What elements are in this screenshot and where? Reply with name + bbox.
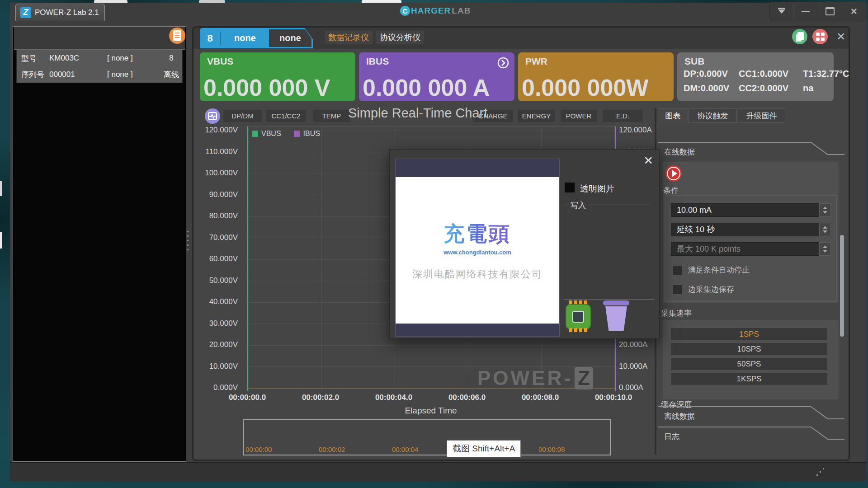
device-session-tab[interactable]: none 8 none bbox=[200, 28, 313, 48]
waveform-icon[interactable] bbox=[205, 108, 220, 124]
sub-dm: DM:0.000V bbox=[684, 83, 739, 94]
company-name: 深圳电酷网络科技有限公司 bbox=[412, 267, 542, 281]
device-serial-mode: [ none ] bbox=[107, 70, 162, 79]
tab-protocol-analyzer[interactable]: 协议分析仪 bbox=[376, 31, 424, 44]
current-threshold-stepper[interactable] bbox=[819, 203, 831, 217]
list-icon bbox=[173, 30, 181, 41]
chart-tab-cc1cc2[interactable]: CC1/CC2 bbox=[266, 110, 306, 122]
powerz-watermark: POWER-Z bbox=[477, 367, 593, 389]
device-model-mode: [ none ] bbox=[107, 54, 162, 63]
delete-logo-button[interactable] bbox=[602, 300, 630, 332]
window-menu-button[interactable] bbox=[770, 2, 793, 21]
transparent-image-checkbox[interactable] bbox=[565, 183, 575, 192]
sub-row-2: DM:0.000V CC2:0.000V na bbox=[684, 83, 813, 94]
y-axis-label-right: 10.000A bbox=[619, 362, 647, 371]
trash-icon-lid bbox=[603, 300, 629, 305]
y-axis-label-left: 60.000V bbox=[209, 254, 238, 263]
pwr-label: PWR bbox=[525, 56, 547, 67]
auto-stop-checkbox[interactable] bbox=[673, 265, 683, 275]
log-label: 日志 bbox=[664, 432, 679, 442]
legend-item-ibus[interactable]: IBUS bbox=[294, 130, 320, 138]
start-capture-button[interactable] bbox=[665, 165, 682, 182]
section-diagonal bbox=[811, 406, 828, 419]
rate-1sps-button[interactable]: 1SPS bbox=[671, 328, 827, 340]
maximize-button[interactable] bbox=[818, 2, 842, 21]
logo-preview-card: 充電頭 www.chongdiantou.com 深圳电酷网络科技有限公司 bbox=[395, 159, 560, 337]
chart-tab-temp[interactable]: TEMP bbox=[313, 110, 350, 122]
section-diagonal bbox=[811, 142, 828, 155]
device-model-label: 型号 bbox=[17, 53, 49, 64]
max-points-row: 最大 100 K points bbox=[671, 242, 831, 256]
y-axis-label-left: 20.000V bbox=[209, 340, 238, 349]
y-axis-label-left: 100.000V bbox=[205, 169, 238, 178]
sub-na: na bbox=[803, 83, 813, 94]
rate-1ksps-button[interactable]: 1KSPS bbox=[671, 373, 827, 385]
modal-close-button[interactable]: × bbox=[644, 152, 653, 168]
rate-50sps-button[interactable]: 50SPS bbox=[671, 358, 827, 370]
device-entry[interactable]: 型号 KM003C [ none ] 8 序列号 000001 [ none ]… bbox=[16, 50, 183, 83]
max-points-input[interactable]: 最大 100 K points bbox=[671, 242, 819, 256]
section-line bbox=[827, 418, 844, 419]
arrow-down-icon bbox=[823, 250, 827, 253]
rate-10sps-button[interactable]: 10SPS bbox=[671, 343, 827, 355]
y-axis-label-left: 80.000V bbox=[209, 211, 238, 221]
current-threshold-input[interactable]: 10.00 mA bbox=[671, 203, 819, 217]
tab-data-logger[interactable]: 数据记录仪 bbox=[325, 31, 373, 44]
max-points-stepper[interactable] bbox=[819, 242, 831, 256]
minimize-icon bbox=[802, 11, 810, 12]
chart-tab-ed[interactable]: E.D. bbox=[603, 110, 643, 122]
device-list-button[interactable] bbox=[169, 28, 185, 44]
vbus-card: VBUS 0.000 000 V bbox=[200, 52, 355, 101]
legend-ibus-label: IBUS bbox=[303, 130, 320, 138]
ibus-label: IBUS bbox=[366, 56, 389, 67]
device-row-model[interactable]: 型号 KM003C [ none ] 8 bbox=[17, 50, 182, 66]
timeline-tick: 00:00:00 bbox=[245, 446, 272, 453]
duplicate-view-button[interactable] bbox=[792, 29, 807, 44]
section-diagonal bbox=[811, 427, 828, 440]
save-while-capture-checkbox-row[interactable]: 边采集边保存 bbox=[673, 284, 734, 295]
device-tab-port: 8 bbox=[200, 28, 220, 48]
scrollbar-thumb[interactable] bbox=[840, 235, 844, 337]
device-row-serial[interactable]: 序列号 000001 [ none ] 离线 bbox=[17, 66, 182, 83]
resize-grip[interactable] bbox=[816, 474, 818, 476]
duration-stepper[interactable] bbox=[819, 223, 831, 236]
duration-input[interactable]: 延续 10 秒 bbox=[671, 223, 819, 236]
panel-close-button[interactable]: × bbox=[832, 27, 850, 45]
layout-grid-button[interactable] bbox=[812, 29, 828, 44]
section-offline-data[interactable]: 离线数据 bbox=[658, 406, 845, 425]
sub-t1: T1:32.77°C bbox=[803, 69, 849, 79]
auto-stop-checkbox-row[interactable]: 满足条件自动停止 bbox=[673, 265, 750, 275]
arrow-down-icon bbox=[823, 211, 827, 214]
chart-legend: VBUS IBUS bbox=[252, 130, 328, 138]
watermark-text: POWER- bbox=[477, 367, 573, 389]
window-title-tab[interactable]: Z POWER-Z Lab 2.1 bbox=[15, 4, 105, 21]
chart-tab-energy[interactable]: ENERGY bbox=[518, 110, 555, 122]
chart-tab-power[interactable]: POWER bbox=[561, 110, 597, 122]
chart-tab-dpdm[interactable]: DP/DM bbox=[223, 110, 262, 122]
x-tick: 00:00:00.0 bbox=[229, 393, 266, 402]
write-to-chip-button[interactable] bbox=[566, 300, 591, 332]
condition-label: 条件 bbox=[663, 185, 679, 196]
timeline-tick: 00:00:08 bbox=[538, 446, 565, 453]
chargerlab-icon: C bbox=[400, 6, 410, 16]
panel-splitter[interactable] bbox=[187, 228, 189, 254]
device-list-panel bbox=[13, 26, 186, 462]
save-while-capture-checkbox[interactable] bbox=[673, 285, 683, 295]
screen: Z POWER-Z Lab 2.1 C HARGER LAB × 型号 KM00… bbox=[0, 0, 868, 488]
current-direction-icon[interactable] bbox=[497, 57, 509, 69]
tab-firmware-upgrade[interactable]: 升级固件 bbox=[738, 108, 785, 123]
section-log[interactable]: 日志 bbox=[658, 427, 845, 446]
sub-cc2: CC2:0.000V bbox=[739, 83, 803, 94]
x-tick: 00:00:04.0 bbox=[375, 393, 412, 402]
close-button[interactable]: × bbox=[842, 2, 866, 21]
minimize-button[interactable] bbox=[793, 2, 817, 21]
legend-item-vbus[interactable]: VBUS bbox=[252, 130, 281, 138]
device-model-status: 8 bbox=[162, 54, 180, 63]
tab-protocol-trigger[interactable]: 协议触发 bbox=[689, 108, 737, 123]
section-online-data[interactable]: 在线数据 bbox=[658, 142, 845, 161]
tab-chart[interactable]: 图表 bbox=[658, 108, 688, 123]
app-logo-icon: Z bbox=[20, 7, 31, 18]
desktop-edge-fragment bbox=[0, 232, 2, 249]
timeline-scrubber[interactable]: 00:00:00 00:00:02 00:00:04 00:00:06 00:0… bbox=[243, 419, 611, 455]
window-title: POWER-Z Lab 2.1 bbox=[35, 8, 99, 17]
